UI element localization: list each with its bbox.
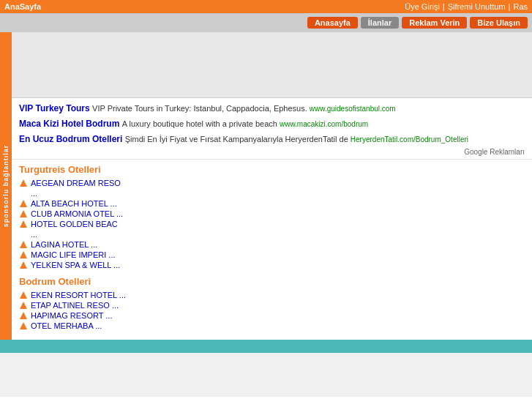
footer-area	[0, 353, 532, 397]
ad-title-1[interactable]: Maca Kizi Hotel Bodrum	[19, 119, 119, 129]
svg-marker-3	[20, 220, 27, 228]
hotel-bodrum-icon-2	[19, 311, 28, 320]
ad-title-0[interactable]: VIP Turkey Tours	[19, 103, 90, 113]
sep2: |	[509, 2, 511, 11]
sidebar: sponsorlu bağlantılar	[0, 32, 12, 340]
hotel-icon-0	[19, 179, 28, 187]
top-bar: AnaSayfa Üye Girişi | Şifremi Unuttum | …	[0, 0, 532, 13]
svg-marker-0	[20, 179, 27, 187]
hotel-turgutreis-6[interactable]: LAGINA HOTEL ...	[19, 239, 525, 250]
sidebar-label: sponsorlu bağlantılar	[2, 145, 10, 228]
svg-marker-2	[20, 210, 27, 217]
hotel-icon-3	[19, 209, 28, 218]
nav-reklam-button[interactable]: Reklam Verin	[402, 17, 467, 29]
svg-marker-6	[20, 261, 27, 269]
hotel-bodrum-icon-0	[19, 291, 28, 299]
hotel-bodrum-2[interactable]: HAPIMAG RESORT ...	[19, 310, 525, 321]
main-wrapper: sponsorlu bağlantılar VIP Turkey Tours V…	[0, 32, 532, 340]
hotel-dots-0: ...	[31, 188, 525, 198]
ad-url-2[interactable]: HeryerdenTatil.com/Bodrum_Otelleri	[351, 135, 468, 143]
svg-marker-10	[20, 322, 27, 329]
nav-anasayfa-button[interactable]: Anasayfa	[307, 17, 358, 29]
hotel-turgutreis-8[interactable]: YELKEN SPA & WELL ...	[19, 260, 525, 270]
ad-row-2: En Ucuz Bodrum Otelleri Şimdi En İyi Fiy…	[19, 133, 525, 146]
hotel-turgutreis-3[interactable]: CLUB ARMONIA OTEL ...	[19, 209, 525, 219]
ad-url-1[interactable]: www.macakizi.com/bodrum	[280, 120, 368, 128]
content-area: VIP Turkey Tours VIP Private Tours in Tu…	[12, 32, 532, 340]
svg-marker-7	[20, 291, 27, 299]
svg-marker-9	[20, 312, 27, 319]
hotel-turgutreis-0[interactable]: AEGEAN DREAM RESO	[19, 178, 525, 188]
hotel-icon-8	[19, 261, 28, 269]
site-title[interactable]: AnaSayfa	[4, 2, 41, 11]
hotel-icon-6	[19, 240, 28, 249]
google-ads-section: VIP Turkey Tours VIP Private Tours in Tu…	[12, 98, 532, 160]
svg-marker-8	[20, 302, 27, 309]
hotel-bodrum-1[interactable]: ETAP ALTINEL RESO ...	[19, 300, 525, 310]
ad-text-2: Şimdi En İyi Fiyat ve Fırsat Kampanyalar…	[125, 135, 351, 143]
hotel-bodrum-icon-1	[19, 301, 28, 310]
sep1: |	[443, 2, 445, 11]
ad-banner	[12, 32, 532, 98]
ad-text-1: A luxury boutique hotel with a private b…	[122, 119, 280, 128]
hotel-turgutreis-4[interactable]: HOTEL GOLDEN BEAC	[19, 219, 525, 229]
ad-row-1: Maca Kizi Hotel Bodrum A luxury boutique…	[19, 118, 525, 130]
hotel-icon-4	[19, 220, 28, 228]
top-nav-ras[interactable]: Ras	[513, 2, 528, 11]
svg-marker-1	[20, 200, 27, 207]
ad-row-0: VIP Turkey Tours VIP Private Tours in Tu…	[19, 102, 525, 115]
hotels-section: Turgutreis Otelleri AEGEAN DREAM RESO ..…	[12, 160, 532, 335]
turgutreis-section-title: Turgutreis Otelleri	[19, 164, 525, 175]
hotel-turgutreis-2[interactable]: ALTA BEACH HOTEL ...	[19, 198, 525, 209]
hotel-dots-1: ...	[31, 229, 525, 239]
nav-bize-button[interactable]: Bize Ulaşın	[470, 17, 528, 29]
google-label: Google Reklamları	[19, 148, 525, 156]
top-nav: Üye Girişi | Şifremi Unuttum | Ras	[405, 2, 528, 11]
nav-ilanlar-button[interactable]: İlanlar	[361, 17, 399, 29]
nav-bar: Anasayfa İlanlar Reklam Verin Bize Ulaşı…	[0, 13, 532, 32]
hotel-bodrum-3[interactable]: OTEL MERHABA ...	[19, 321, 525, 331]
hotel-bodrum-0[interactable]: EKEN RESORT HOTEL ...	[19, 290, 525, 300]
ad-url-0[interactable]: www.guidesofistanbul.com	[310, 105, 396, 113]
bottom-teal-bar	[0, 340, 532, 353]
bodrum-section-title: Bodrum Otelleri	[19, 276, 525, 287]
hotel-icon-2	[19, 199, 28, 208]
hotel-bodrum-icon-3	[19, 321, 28, 330]
top-nav-uye[interactable]: Üye Girişi	[405, 2, 440, 11]
hotel-turgutreis-7[interactable]: MAGIC LIFE IMPERI ...	[19, 250, 525, 260]
svg-marker-5	[20, 251, 27, 258]
ad-title-2[interactable]: En Ucuz Bodrum Otelleri	[19, 134, 122, 144]
top-nav-sifremi[interactable]: Şifremi Unuttum	[448, 2, 506, 11]
svg-marker-4	[20, 241, 27, 248]
hotel-icon-7	[19, 250, 28, 259]
ad-text-0: VIP Private Tours in Turkey: Istanbul, C…	[92, 104, 310, 113]
